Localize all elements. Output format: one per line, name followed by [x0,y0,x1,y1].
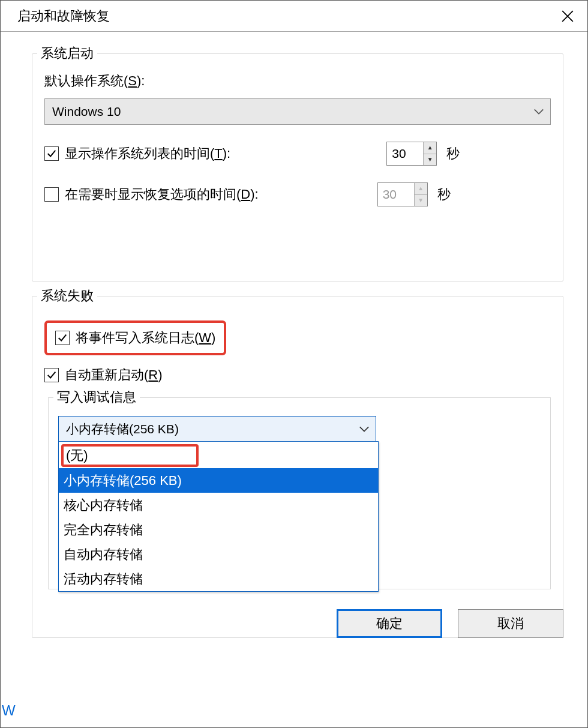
system-startup-group: 系统启动 默认操作系统(S): Windows 10 显示操作系统列表的时间(T… [32,53,563,281]
close-icon [561,10,574,23]
group-legend: 写入调试信息 [53,388,140,406]
auto-restart-row: 自动重新启动(R) [44,366,551,384]
titlebar: 启动和故障恢复 [1,1,587,32]
show-os-list-spinner[interactable]: ▲ ▼ [386,142,437,166]
spinner-down-icon: ▼ [415,195,427,206]
check-icon [57,332,68,343]
dialog-title: 启动和故障恢复 [17,7,110,25]
check-icon [46,148,57,159]
write-log-label: 将事件写入系统日志(W) [76,329,215,347]
dump-option-none[interactable]: (无) [61,444,199,467]
dump-type-combo[interactable]: 小内存转储(256 KB) [58,416,376,442]
dump-option-small[interactable]: 小内存转储(256 KB) [59,468,378,493]
auto-restart-label: 自动重新启动(R) [65,366,163,384]
system-failure-group: 系统失败 将事件写入系统日志(W) 自动重新启动(R) 写入调试信息 [32,296,563,638]
seconds-unit: 秒 [446,145,460,163]
dialog-content: 系统启动 默认操作系统(S): Windows 10 显示操作系统列表的时间(T… [1,32,587,638]
show-os-list-value[interactable] [387,142,423,165]
dump-type-value: 小内存转储(256 KB) [66,421,179,438]
default-os-label: 默认操作系统(S): [44,72,551,90]
spinner-down-icon[interactable]: ▼ [424,154,436,166]
startup-recovery-dialog: 启动和故障恢复 系统启动 默认操作系统(S): Windows 10 显示操作系… [0,0,588,728]
show-recovery-label: 在需要时显示恢复选项的时间(D): [65,185,259,203]
show-recovery-spinner: ▲ ▼ [377,182,428,206]
write-log-checkbox[interactable] [55,331,70,345]
chevron-down-icon [533,108,544,115]
decor-w: W [2,702,16,719]
ok-button[interactable]: 确定 [337,609,442,638]
spinner-up-icon[interactable]: ▲ [424,142,436,154]
dump-option-active[interactable]: 活动内存转储 [59,567,378,591]
spinner-up-icon: ▲ [415,183,427,195]
dump-option-complete[interactable]: 完全内存转储 [59,517,378,542]
dump-option-auto[interactable]: 自动内存转储 [59,542,378,567]
default-os-value: Windows 10 [52,104,121,119]
write-log-highlight: 将事件写入系统日志(W) [44,320,226,355]
check-icon [46,370,57,381]
show-recovery-row: 在需要时显示恢复选项的时间(D): ▲ ▼ 秒 [44,182,551,206]
group-legend: 系统失败 [37,287,97,305]
seconds-unit: 秒 [437,185,451,203]
show-os-list-checkbox[interactable] [44,146,59,161]
dump-option-kernel[interactable]: 核心内存转储 [59,493,378,517]
dump-type-dropdown: (无) 小内存转储(256 KB) 核心内存转储 完全内存转储 自动内存转储 活… [58,441,379,592]
cancel-button[interactable]: 取消 [458,609,563,638]
show-recovery-value [378,183,414,206]
show-os-list-row: 显示操作系统列表的时间(T): ▲ ▼ 秒 [44,142,551,166]
show-recovery-checkbox[interactable] [44,187,59,202]
close-button[interactable] [550,2,585,31]
group-legend: 系统启动 [37,44,97,62]
dialog-button-row: 确定 取消 [337,609,563,638]
show-os-list-label: 显示操作系统列表的时间(T): [65,145,230,163]
debug-info-group: 写入调试信息 小内存转储(256 KB) (无) 小内存转储(256 KB) 核… [48,397,551,589]
default-os-select[interactable]: Windows 10 [44,98,551,125]
auto-restart-checkbox[interactable] [44,368,59,382]
chevron-down-icon [359,426,370,433]
